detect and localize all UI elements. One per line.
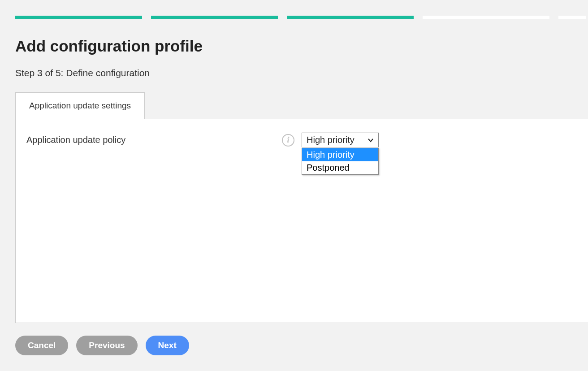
tab-application-update-settings[interactable]: Application update settings (15, 92, 145, 119)
step-indicator: Step 3 of 5: Define configuration (15, 68, 588, 78)
update-policy-dropdown: High priority Postponed (302, 148, 379, 175)
update-policy-selected-value: High priority (307, 135, 355, 145)
dropdown-option-label: Postponed (307, 163, 350, 173)
dropdown-option-high-priority[interactable]: High priority (302, 148, 378, 161)
form-row-update-policy: Application update policy High priority … (26, 133, 579, 147)
info-icon[interactable] (282, 134, 294, 147)
progress-segment-2 (151, 16, 278, 19)
progress-segment-1 (15, 16, 142, 19)
page-title: Add configuration profile (15, 37, 588, 55)
progress-segment-3 (287, 16, 414, 19)
progress-bar (15, 16, 588, 19)
update-policy-label: Application update policy (26, 135, 282, 145)
cancel-button[interactable]: Cancel (15, 336, 68, 355)
dropdown-option-postponed[interactable]: Postponed (302, 161, 378, 174)
update-policy-select-wrapper: High priority High priority Postponed (302, 133, 379, 147)
previous-button[interactable]: Previous (76, 336, 137, 355)
chevron-down-icon (368, 137, 374, 143)
tab-panel: Application update policy High priority … (15, 119, 588, 323)
tabs-row: Application update settings (15, 92, 588, 119)
next-button[interactable]: Next (146, 336, 189, 355)
dropdown-option-label: High priority (307, 150, 355, 160)
footer-buttons: Cancel Previous Next (15, 336, 588, 355)
progress-segment-5 (558, 16, 586, 19)
update-policy-select[interactable]: High priority (302, 133, 379, 147)
tab-label: Application update settings (29, 101, 131, 110)
progress-segment-4 (423, 16, 549, 19)
